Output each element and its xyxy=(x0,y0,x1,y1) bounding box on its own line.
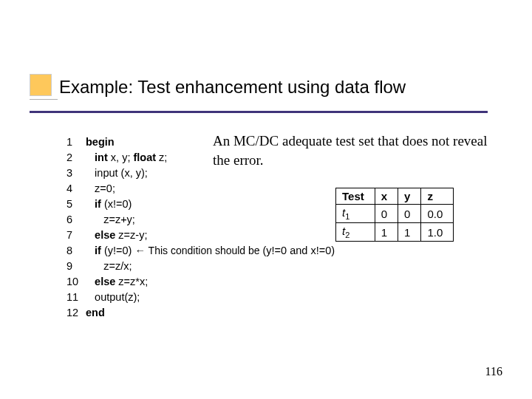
code-line: 5 if (x!=0) xyxy=(66,197,335,212)
table-header: x xyxy=(375,188,398,205)
table-cell: 1 xyxy=(375,223,398,242)
code-keyword: else xyxy=(95,229,115,241)
code-keyword: else xyxy=(95,276,115,287)
table-header: Test xyxy=(336,188,375,205)
code-line: 2 int x, y; float z; xyxy=(66,150,335,166)
code-line: 7 else z=z-y; xyxy=(66,228,335,243)
code-text: z=z-y; xyxy=(115,229,147,241)
table-header: z xyxy=(421,188,454,205)
table-cell: 0 xyxy=(375,205,398,223)
code-line: 8 if (y!=0) ← This condition should be (… xyxy=(66,243,335,259)
slide: Example: Test enhancement using data flo… xyxy=(0,0,532,399)
code-line: 3 input (x, y); xyxy=(66,166,335,181)
code-line: 10 else z=z*x; xyxy=(66,274,335,290)
code-text: z=z/x; xyxy=(103,260,132,272)
table-row: t2 1 1 1.0 xyxy=(336,223,454,242)
code-text: end xyxy=(86,307,105,318)
line-number: 2 xyxy=(66,150,86,166)
line-number: 5 xyxy=(66,197,86,212)
code-text: x, y; xyxy=(108,151,134,163)
line-number: 4 xyxy=(66,181,86,197)
table-header: y xyxy=(398,188,421,205)
code-keyword: int xyxy=(95,151,108,163)
code-line: 11 output(z); xyxy=(66,290,335,305)
code-text: (y!=0) xyxy=(101,245,135,256)
code-text: (y!=0 and x!=0) xyxy=(263,245,335,256)
table-cell: 0.0 xyxy=(421,205,454,223)
code-indent xyxy=(86,183,95,194)
line-number: 10 xyxy=(66,274,86,290)
code-line: 6 z=z+y; xyxy=(66,212,335,228)
title-underline xyxy=(30,111,488,113)
arrow-left-icon: ← xyxy=(134,245,146,256)
code-indent xyxy=(86,151,95,163)
test-name-cell: t2 xyxy=(336,223,375,242)
code-text: output(z); xyxy=(95,291,140,303)
code-indent xyxy=(86,229,95,241)
code-line: 9 z=z/x; xyxy=(66,259,335,274)
line-number: 11 xyxy=(66,290,86,305)
line-number: 3 xyxy=(66,166,86,181)
code-text: z=0; xyxy=(95,183,115,194)
table-cell: 1.0 xyxy=(421,223,454,242)
code-indent xyxy=(86,167,95,179)
table-cell: 1 xyxy=(398,223,421,242)
code-text: input (x, y); xyxy=(95,167,148,179)
table-row: t1 0 0 0.0 xyxy=(336,205,454,223)
line-number: 8 xyxy=(66,243,86,259)
code-text: z; xyxy=(156,151,167,163)
code-line: 1 begin xyxy=(66,134,335,150)
code-indent xyxy=(86,260,103,272)
code-indent xyxy=(86,198,95,210)
code-indent xyxy=(86,245,95,256)
code-indent xyxy=(86,291,95,303)
line-number: 1 xyxy=(66,134,86,150)
code-keyword: if xyxy=(95,245,101,256)
code-listing: 1 begin 2 int x, y; float z; 3 input (x,… xyxy=(66,134,335,321)
code-line: 4 z=0; xyxy=(66,181,335,197)
page-number: 116 xyxy=(485,365,502,378)
line-number: 7 xyxy=(66,228,86,243)
test-name-cell: t1 xyxy=(336,205,375,223)
code-text: (x!=0) xyxy=(101,198,132,210)
code-keyword: if xyxy=(95,198,101,210)
code-indent xyxy=(86,276,95,287)
line-number: 12 xyxy=(66,305,86,321)
table-header-row: Test x y z xyxy=(336,188,454,205)
code-line: 12 end xyxy=(66,305,335,321)
test-table: Test x y z t1 0 0 0.0 t2 1 1 1.0 xyxy=(335,188,454,242)
line-number: 6 xyxy=(66,212,86,228)
code-text: begin xyxy=(86,136,115,148)
title-rule-short xyxy=(30,99,58,100)
table-cell: 0 xyxy=(398,205,421,223)
code-keyword: float xyxy=(133,151,156,163)
title-bullet-square xyxy=(30,74,52,96)
code-text: z=z*x; xyxy=(115,276,148,287)
code-text: z=z+y; xyxy=(103,214,135,225)
slide-title: Example: Test enhancement using data flo… xyxy=(59,77,406,98)
line-number: 9 xyxy=(66,259,86,274)
code-indent xyxy=(86,214,103,225)
code-comment: This condition should be xyxy=(146,245,263,256)
